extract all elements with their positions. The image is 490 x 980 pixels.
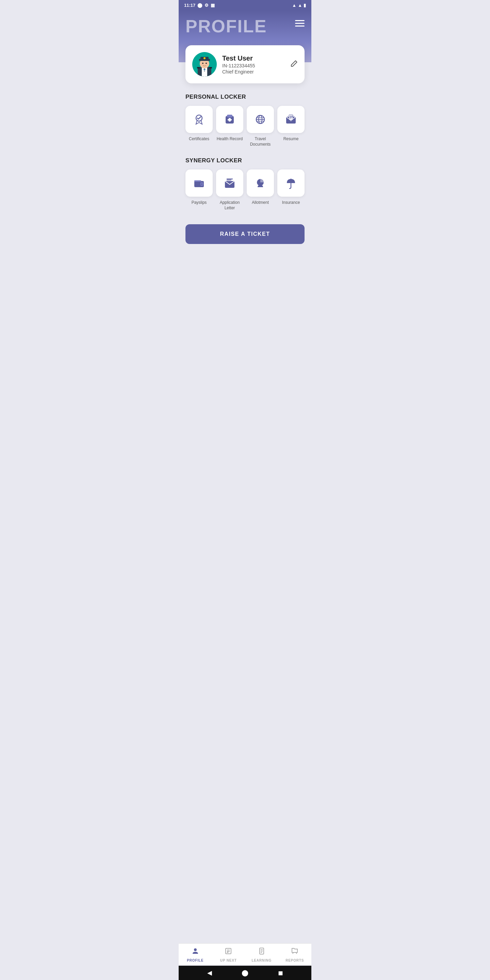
insurance-label: Insurance [282, 200, 300, 205]
page-title: PROFILE [185, 18, 267, 35]
svg-point-43 [194, 948, 197, 951]
svg-rect-13 [197, 67, 200, 68]
profile-name: Test User [222, 54, 285, 62]
health-record-icon-box [216, 106, 243, 133]
synergy-locker-title: SYNERGY LOCKER [185, 157, 305, 164]
nav-label-profile: PROFILE [187, 959, 204, 962]
nav-label-up-next: UP NEXT [220, 959, 237, 962]
profile-nav-icon [191, 947, 199, 957]
header-top: PROFILE [185, 18, 305, 35]
signal-icon: ▲ [298, 3, 302, 8]
status-sim-icon: ▦ [211, 3, 215, 8]
battery-icon: ▮ [304, 3, 306, 8]
profile-id: IN-1122334455 [222, 63, 285, 68]
nav-item-reports[interactable]: REPORTS [278, 943, 312, 965]
status-bar: 11:17 ⬤ ⚙ ▦ ▲ ▲ ▮ [179, 0, 311, 11]
nav-item-up-next[interactable]: UP NEXT [212, 943, 245, 965]
nav-label-learning: LEARNING [251, 959, 272, 962]
svg-point-11 [202, 63, 204, 64]
svg-rect-1 [295, 23, 305, 24]
allotment-label: Allotment [252, 200, 269, 205]
status-left: 11:17 ⬤ ⚙ ▦ [184, 3, 215, 8]
wifi-icon: ▲ [292, 3, 296, 8]
learning-nav-icon [258, 947, 266, 957]
back-button[interactable]: ◀ [207, 969, 212, 977]
edit-icon[interactable] [290, 60, 298, 69]
insurance-icon-box [277, 169, 305, 197]
resume-label: Resume [283, 137, 299, 142]
locker-item-resume[interactable]: Resume [277, 106, 305, 147]
android-nav-bar: ◀ ⬤ ◼ [179, 966, 311, 980]
menu-icon[interactable] [295, 20, 305, 29]
health-record-label: Health Record [217, 137, 243, 142]
certificates-label: Certificates [189, 137, 209, 142]
profile-role: Chief Engineer [222, 69, 285, 75]
svg-rect-29 [289, 115, 293, 120]
travel-documents-icon-box [247, 106, 274, 133]
nav-label-reports: REPORTS [285, 959, 304, 962]
locker-item-health-record[interactable]: Health Record [216, 106, 243, 147]
status-time: 11:17 [184, 3, 195, 8]
reports-nav-icon [291, 947, 299, 957]
bottom-nav: PROFILE UP NEXT LEARNING [179, 943, 311, 965]
svg-rect-14 [209, 67, 212, 68]
locker-item-payslips[interactable]: Payslips [185, 169, 213, 211]
locker-item-certificates[interactable]: Certificates [185, 106, 213, 147]
nav-item-profile[interactable]: PROFILE [179, 943, 212, 965]
locker-item-travel-documents[interactable]: Travel Documents [247, 106, 274, 147]
resume-icon-box [277, 106, 305, 133]
home-button[interactable]: ⬤ [242, 969, 248, 977]
locker-item-application-letter[interactable]: Application Letter [216, 169, 243, 211]
svg-point-15 [204, 69, 205, 70]
svg-point-16 [204, 71, 205, 72]
synergy-locker-section: SYNERGY LOCKER Payslips [185, 157, 305, 211]
profile-card: Test User IN-1122334455 Chief Engineer [185, 45, 305, 83]
content: PERSONAL LOCKER Certificates [179, 83, 311, 980]
svg-rect-19 [227, 115, 232, 118]
status-circle-icon: ⬤ [197, 3, 202, 8]
locker-item-allotment[interactable]: Allotment [247, 169, 274, 211]
svg-point-12 [205, 63, 207, 64]
svg-point-36 [201, 183, 202, 185]
svg-rect-0 [295, 20, 305, 21]
travel-documents-label: Travel Documents [247, 137, 274, 147]
personal-locker-grid: Certificates Health Record [185, 106, 305, 147]
svg-rect-2 [295, 25, 305, 27]
nav-item-learning[interactable]: LEARNING [245, 943, 278, 965]
avatar [192, 52, 217, 76]
raise-ticket-button[interactable]: RAISE A TICKET [185, 224, 305, 244]
svg-rect-34 [194, 180, 201, 182]
application-letter-icon-box [216, 169, 243, 197]
certificates-icon-box [185, 106, 213, 133]
status-right: ▲ ▲ ▮ [292, 3, 306, 8]
up-next-nav-icon [224, 947, 232, 957]
recents-button[interactable]: ◼ [278, 969, 283, 977]
allotment-icon-box [247, 169, 274, 197]
status-gear-icon: ⚙ [205, 3, 208, 8]
personal-locker-section: PERSONAL LOCKER Certificates [185, 94, 305, 147]
synergy-locker-grid: Payslips Application Letter [185, 169, 305, 211]
payslips-icon-box [185, 169, 213, 197]
profile-info: Test User IN-1122334455 Chief Engineer [222, 54, 285, 75]
svg-rect-22 [228, 119, 232, 121]
payslips-label: Payslips [192, 200, 207, 205]
locker-item-insurance[interactable]: Insurance [277, 169, 305, 211]
application-letter-label: Application Letter [216, 200, 243, 211]
personal-locker-title: PERSONAL LOCKER [185, 94, 305, 100]
svg-point-10 [204, 57, 205, 59]
